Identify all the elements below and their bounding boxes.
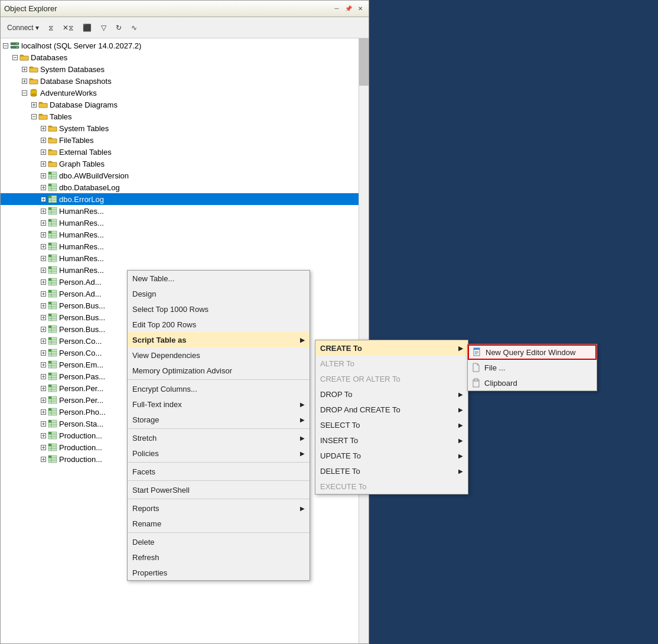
menu-item-script-table[interactable]: Script Table as▶ <box>128 332 310 347</box>
tree-expander[interactable] <box>38 147 48 157</box>
tree-item[interactable]: Databases <box>1 51 359 63</box>
menu-item-clipboard[interactable]: Clipboard <box>468 375 597 391</box>
tree-item[interactable]: Database Snapshots <box>1 75 359 87</box>
stop-button[interactable]: ⬛ <box>79 21 96 34</box>
tree-expander[interactable] <box>38 183 48 192</box>
tree-expander[interactable] <box>29 100 38 109</box>
menu-item-select-to[interactable]: SELECT To▶ <box>315 417 468 432</box>
menu-item-policies[interactable]: Policies▶ <box>128 445 310 461</box>
tree-item[interactable]: External Tables <box>1 146 359 158</box>
tree-item[interactable]: Database Diagrams <box>1 99 359 110</box>
tree-item[interactable]: HumanRes... <box>1 240 359 252</box>
menu-item-drop-create[interactable]: DROP And CREATE To▶ <box>315 402 468 417</box>
tree-expander[interactable] <box>38 123 48 133</box>
svg-rect-241 <box>474 379 478 381</box>
tree-item[interactable]: System Tables <box>1 122 359 134</box>
menu-item-properties[interactable]: Properties <box>128 565 310 580</box>
tree-item[interactable]: HumanRes... <box>1 252 359 264</box>
tree-expander[interactable] <box>38 360 48 369</box>
scrollbar-thumb[interactable] <box>359 38 369 86</box>
tree-item[interactable]: localhost (SQL Server 14.0.2027.2) <box>1 40 359 51</box>
tree-expander[interactable] <box>38 336 48 346</box>
tree-expander[interactable] <box>38 171 48 180</box>
menu-item-full-text[interactable]: Full-Text index▶ <box>128 396 310 412</box>
tree-item[interactable]: Graph Tables <box>1 158 359 170</box>
tree-expander[interactable] <box>29 112 38 121</box>
close-btn[interactable]: ✕ <box>356 4 365 14</box>
tree-item[interactable]: HumanRes... <box>1 205 359 217</box>
tree-expander[interactable] <box>38 313 48 322</box>
tree-expander[interactable] <box>38 301 48 310</box>
menu-item-label: Refresh <box>132 553 159 562</box>
tree-item[interactable]: dbo.DatabaseLog <box>1 181 359 193</box>
menu-item-file[interactable]: File ... <box>468 360 597 375</box>
tree-expander[interactable] <box>38 135 48 145</box>
tree-expander[interactable] <box>38 372 48 381</box>
menu-item-drop-to[interactable]: DROP To▶ <box>315 386 468 402</box>
menu-item-new-table[interactable]: New Table... <box>128 271 310 286</box>
menu-item-create-to[interactable]: CREATE To▶ <box>315 340 468 356</box>
pin-btn[interactable]: 📌 <box>344 4 353 14</box>
menu-item-reports[interactable]: Reports▶ <box>128 500 310 516</box>
tree-expander[interactable] <box>38 218 48 227</box>
tree-expander[interactable] <box>38 395 48 405</box>
tree-expander[interactable] <box>38 159 48 168</box>
connect-button[interactable]: Connect ▾ <box>3 21 43 34</box>
tree-expander[interactable] <box>38 242 48 251</box>
tree-expander[interactable] <box>38 265 48 275</box>
menu-item-delete-to[interactable]: DELETE To▶ <box>315 463 468 479</box>
tree-item[interactable]: HumanRes... <box>1 229 359 240</box>
funnel-button[interactable]: ▽ <box>97 21 110 34</box>
tree-expander[interactable] <box>1 41 10 50</box>
menu-item-encrypt[interactable]: Encrypt Columns... <box>128 381 310 396</box>
table-icon <box>48 242 57 251</box>
menu-item-refresh[interactable]: Refresh <box>128 549 310 565</box>
menu-item-update-to[interactable]: UPDATE To▶ <box>315 448 468 463</box>
tree-item[interactable]: dbo.ErrorLog <box>1 193 359 205</box>
svg-rect-210 <box>48 420 51 422</box>
tree-expander[interactable] <box>38 289 48 298</box>
tree-expander[interactable] <box>38 454 48 464</box>
menu-item-select-top[interactable]: Select Top 1000 Rows <box>128 301 310 317</box>
tree-expander[interactable] <box>38 253 48 263</box>
tree-item[interactable]: System Databases <box>1 63 359 75</box>
menu-item-rename[interactable]: Rename <box>128 516 310 531</box>
tree-expander[interactable] <box>19 76 29 86</box>
tree-item[interactable]: AdventureWorks <box>1 87 359 99</box>
menu-item-storage[interactable]: Storage▶ <box>128 412 310 427</box>
tree-expander[interactable] <box>38 206 48 216</box>
tree-expander[interactable] <box>19 64 29 74</box>
refresh-button[interactable]: ↻ <box>112 21 126 34</box>
svg-rect-178 <box>48 373 51 375</box>
filter-button[interactable]: ⧖ <box>44 21 57 34</box>
menu-item-insert-to[interactable]: INSERT To▶ <box>315 432 468 448</box>
minimize-btn[interactable]: ─ <box>332 4 341 14</box>
tree-expander[interactable] <box>38 431 48 440</box>
tree-expander[interactable] <box>38 194 48 204</box>
menu-item-edit-top[interactable]: Edit Top 200 Rows <box>128 317 310 332</box>
menu-item-view-deps[interactable]: View Dependencies <box>128 347 310 363</box>
menu-item-delete[interactable]: Delete <box>128 534 310 549</box>
tree-item[interactable]: HumanRes... <box>1 217 359 229</box>
menu-item-design[interactable]: Design <box>128 286 310 301</box>
tree-expander[interactable] <box>10 53 19 62</box>
activity-button[interactable]: ∿ <box>127 21 141 34</box>
filter2-button[interactable]: ✕⧖ <box>58 21 77 34</box>
menu-item-memory-opt[interactable]: Memory Optimization Advisor <box>128 363 310 378</box>
tree-item[interactable]: Tables <box>1 110 359 122</box>
tree-expander[interactable] <box>38 324 48 334</box>
tree-expander[interactable] <box>38 277 48 287</box>
tree-expander[interactable] <box>38 383 48 393</box>
tree-expander[interactable] <box>38 419 48 428</box>
tree-item[interactable]: FileTables <box>1 134 359 146</box>
tree-expander[interactable] <box>38 230 48 239</box>
menu-item-facets[interactable]: Facets <box>128 464 310 479</box>
tree-expander[interactable] <box>19 88 29 97</box>
menu-item-stretch[interactable]: Stretch▶ <box>128 430 310 445</box>
tree-expander[interactable] <box>38 443 48 452</box>
menu-item-start-ps[interactable]: Start PowerShell <box>128 482 310 497</box>
tree-expander[interactable] <box>38 348 48 357</box>
menu-item-new-query-editor[interactable]: New Query Editor Window <box>468 344 597 360</box>
tree-expander[interactable] <box>38 407 48 417</box>
tree-item[interactable]: dbo.AWBuildVersion <box>1 170 359 181</box>
